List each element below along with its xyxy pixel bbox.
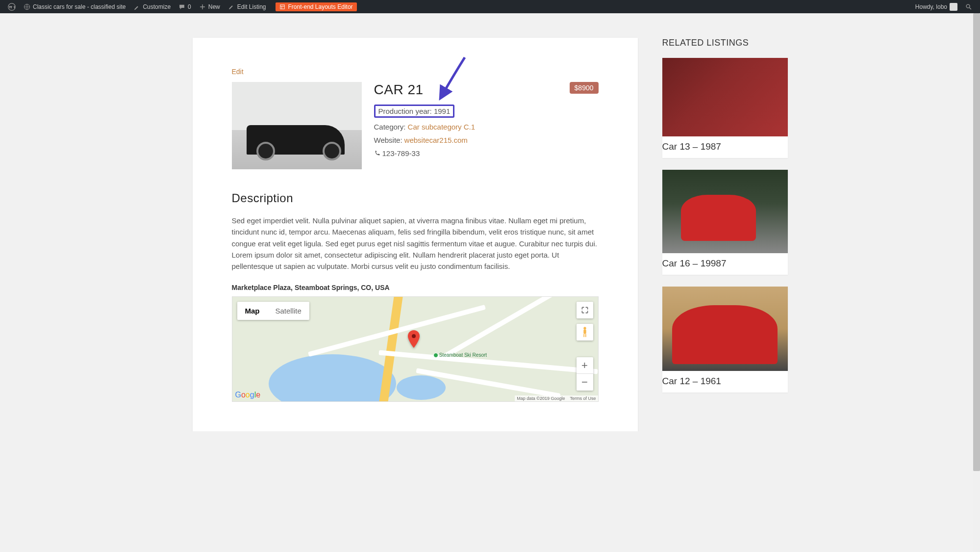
svg-point-7	[583, 327, 586, 329]
map-marker[interactable]	[408, 330, 420, 350]
listing-address: Marketplace Plaza, Steamboat Springs, CO…	[232, 284, 599, 291]
listing-title: CAR 21	[374, 82, 424, 98]
map-attribution: Map data ©2019 Google Terms of Use	[515, 395, 598, 401]
layouts-editor-text: Front-end Layouts Editor	[288, 3, 352, 10]
related-listing[interactable]: Car 16 – 19987	[662, 170, 788, 275]
svg-rect-10	[585, 334, 586, 337]
poi-dot-icon	[433, 353, 438, 358]
search-icon	[965, 3, 972, 10]
comments-link[interactable]: 0	[175, 0, 195, 13]
layouts-editor-button[interactable]: Front-end Layouts Editor	[270, 0, 360, 13]
description-heading: Description	[232, 191, 599, 205]
map-zoom-in-button[interactable]: +	[577, 357, 593, 374]
map[interactable]: Map Satellite + − Steamboat Ski Resort G…	[232, 296, 599, 402]
description-body: Sed eget imperdiet velit. Nulla pulvinar…	[232, 215, 599, 272]
site-name-link[interactable]: Classic cars for sale - classified site	[20, 0, 129, 13]
related-image	[662, 170, 788, 253]
related-heading: RELATED LISTINGS	[662, 38, 788, 48]
comments-count: 0	[188, 3, 191, 10]
map-terms-link[interactable]: Terms of Use	[570, 396, 596, 401]
svg-rect-8	[583, 330, 586, 334]
poi-label: Steamboat Ski Resort	[439, 352, 487, 358]
new-link[interactable]: New	[195, 0, 224, 13]
production-year-row: Production year: 1991	[374, 105, 455, 118]
svg-rect-2	[280, 4, 284, 8]
customize-link[interactable]: Customize	[129, 0, 175, 13]
map-pegman[interactable]	[577, 324, 593, 341]
production-year-label: Production year:	[378, 107, 434, 115]
phone-icon	[374, 150, 380, 157]
related-listing[interactable]: Car 12 – 1961	[662, 287, 788, 393]
map-zoom-control: + −	[577, 357, 593, 391]
svg-rect-9	[583, 334, 584, 337]
website-link[interactable]: websitecar215.com	[404, 136, 468, 144]
edit-listing-link[interactable]: Edit Listing	[224, 0, 270, 13]
category-row: Category: Car subcategory C.1	[374, 123, 599, 131]
map-zoom-out-button[interactable]: −	[577, 374, 593, 391]
map-type-control: Map Satellite	[237, 302, 309, 320]
related-title: Car 16 – 19987	[662, 253, 788, 275]
svg-point-11	[412, 334, 416, 338]
wp-admin-bar: Classic cars for sale - classified site …	[0, 0, 980, 13]
phone-value: 123-789-33	[382, 149, 420, 158]
listing-card: Edit CAR 21 $8900 Production year: 1991	[193, 38, 638, 431]
website-row: Website: websitecar215.com	[374, 136, 599, 144]
sidebar: RELATED LISTINGS Car 13 – 1987 Car 16 – …	[662, 38, 788, 431]
map-pin-icon	[408, 330, 420, 348]
map-data-attr[interactable]: Map data ©2019 Google	[517, 396, 565, 401]
pegman-icon	[580, 326, 589, 338]
new-text: New	[208, 3, 220, 10]
listing-details: CAR 21 $8900 Production year: 1991 Categ…	[374, 82, 599, 169]
howdy-link[interactable]: Howdy, lobo	[911, 0, 961, 13]
wp-logo[interactable]	[4, 0, 20, 13]
related-image	[662, 287, 788, 371]
phone-row: 123-789-33	[374, 149, 599, 158]
page-scrollbar[interactable]	[973, 13, 980, 431]
website-label: Website:	[374, 136, 402, 144]
user-avatar	[950, 3, 957, 11]
edit-link[interactable]: Edit	[232, 68, 244, 76]
related-title: Car 12 – 1961	[662, 371, 788, 393]
google-logo[interactable]: Google	[235, 391, 261, 399]
map-tab-map[interactable]: Map	[237, 302, 268, 320]
site-name-text: Classic cars for sale - classified site	[33, 3, 126, 10]
annotation-arrow-icon	[438, 53, 472, 102]
category-link[interactable]: Car subcategory C.1	[408, 123, 476, 131]
listing-price: $8900	[570, 82, 599, 94]
related-listing[interactable]: Car 13 – 1987	[662, 58, 788, 158]
svg-line-6	[969, 7, 971, 9]
fullscreen-icon	[581, 306, 589, 314]
map-poi[interactable]: Steamboat Ski Resort	[433, 352, 487, 358]
svg-point-5	[966, 4, 970, 8]
listing-featured-image	[232, 82, 362, 169]
howdy-text: Howdy, lobo	[915, 3, 947, 10]
edit-listing-text: Edit Listing	[237, 3, 266, 10]
admin-search[interactable]	[961, 0, 976, 13]
related-image	[662, 58, 788, 136]
map-fullscreen-button[interactable]	[577, 302, 593, 318]
production-year-value: 1991	[434, 107, 450, 115]
related-title: Car 13 – 1987	[662, 136, 788, 158]
customize-text: Customize	[143, 3, 171, 10]
layout-icon	[279, 4, 285, 10]
map-tab-satellite[interactable]: Satellite	[268, 302, 309, 320]
category-label: Category:	[374, 123, 406, 131]
